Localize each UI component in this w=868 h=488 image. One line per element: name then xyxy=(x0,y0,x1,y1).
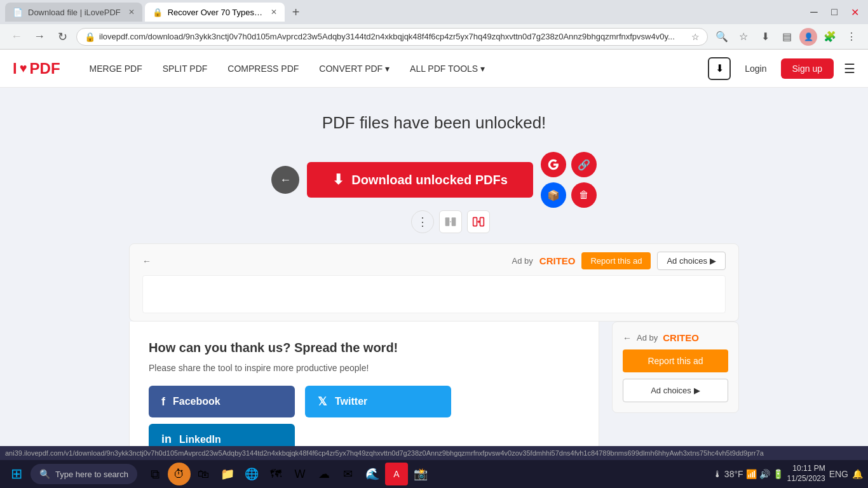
signup-button[interactable]: Sign up xyxy=(781,58,834,79)
download-btn-label: Download unlocked PDFs xyxy=(351,173,508,187)
ad-nav-arrow[interactable]: ← xyxy=(142,256,151,266)
taskbar-wifi-icon[interactable]: 📶 xyxy=(746,469,757,479)
taskbar-onedrive-app[interactable]: ☁ xyxy=(313,463,336,485)
taskbar-timer-app[interactable]: ⏱ xyxy=(168,463,191,485)
hamburger-menu[interactable]: ☰ xyxy=(844,61,855,76)
top-action-icons: 🔗 xyxy=(541,152,597,177)
more-options-button[interactable]: ⋮ xyxy=(411,210,434,233)
minimize-button[interactable]: ─ xyxy=(806,4,822,20)
taskbar-file-explorer[interactable]: 📁 xyxy=(216,463,239,485)
logo[interactable]: I ♥ PDF xyxy=(13,60,60,78)
url-bar[interactable]: 🔒 ilovepdf.com/download/9n3ykk3nctj0v7h0… xyxy=(76,28,708,46)
split-icon-button[interactable] xyxy=(439,210,462,233)
nav-bar: ← → ↻ 🔒 ilovepdf.com/download/9n3ykk3nct… xyxy=(0,24,868,50)
status-bar: ani39.ilovepdf.com/v1/download/9n3ykk3nc… xyxy=(0,446,868,460)
tab-2[interactable]: 🔒 Recover Over 70 Types Passwo... ✕ xyxy=(145,3,285,22)
taskbar-weather-icon[interactable]: 🌡 xyxy=(713,469,722,479)
taskbar-system-icons: 🌡 38°F 📶 🔊 🔋 xyxy=(713,469,783,479)
profile-avatar[interactable]: 👤 xyxy=(799,28,817,46)
tab-bar: 📄 Download file | iLovePDF ✕ 🔒 Recover O… xyxy=(0,0,868,24)
merge-icon-button[interactable] xyxy=(467,210,490,233)
taskbar-chrome-app[interactable]: 🌐 xyxy=(240,463,263,485)
search-icon[interactable]: 🔍 xyxy=(713,28,731,46)
taskbar-clock[interactable]: 10:11 PM 11/25/2023 xyxy=(787,464,825,484)
download-icon-button[interactable]: ⬇ xyxy=(708,57,731,80)
share-desc: Please share the tool to inspire more pr… xyxy=(149,363,580,373)
back-button[interactable]: ← xyxy=(8,28,25,46)
new-tab-button[interactable]: + xyxy=(287,5,305,20)
right-report-ad-button[interactable]: Report this ad xyxy=(623,349,728,372)
windows-logo-icon: ⊞ xyxy=(11,466,22,482)
dropbox-icon: 📦 xyxy=(547,189,560,201)
back-action-button[interactable]: ← xyxy=(271,166,299,194)
taskbar-notification-icon[interactable]: 🔔 xyxy=(852,469,863,479)
taskbar-mail-app[interactable]: ✉ xyxy=(337,463,360,485)
status-url: ani39.ilovepdf.com/v1/download/9n3ykk3nc… xyxy=(5,449,764,457)
bookmark-icon[interactable]: ☆ xyxy=(691,32,700,42)
nav-all-tools[interactable]: ALL PDF TOOLS ▾ xyxy=(400,50,495,88)
taskbar-search-icon: 🔍 xyxy=(39,469,50,479)
sidebar-icon[interactable]: ▤ xyxy=(778,28,796,46)
tab-1[interactable]: 📄 Download file | iLovePDF ✕ xyxy=(5,3,142,22)
report-ad-button[interactable]: Report this ad xyxy=(581,252,651,269)
linkedin-label: LinkedIn xyxy=(179,434,221,445)
twitter-button[interactable]: 𝕏 Twitter xyxy=(305,386,451,417)
taskbar-battery-icon[interactable]: 🔋 xyxy=(773,469,783,479)
dropbox-button[interactable]: 📦 xyxy=(541,182,566,208)
action-row: ← ⬇ Download unlocked PDFs xyxy=(271,152,597,208)
menu-icon[interactable]: ⋮ xyxy=(843,28,860,46)
taskbar-search-bar[interactable]: 🔍 Type here to search xyxy=(31,464,137,484)
google-drive-button[interactable] xyxy=(541,152,566,177)
ad-header: ← Ad by CRITEO Report this ad Ad choices… xyxy=(142,252,726,270)
ad-by-label: Ad by xyxy=(512,256,533,266)
taskbar-language[interactable]: ENG xyxy=(829,469,848,479)
download-nav-icon[interactable]: ⬇ xyxy=(756,28,774,46)
nav-merge-pdf[interactable]: MERGE PDF xyxy=(79,50,153,88)
ad-choices-button[interactable]: Ad choices ▶ xyxy=(657,252,726,270)
svg-rect-0 xyxy=(445,217,450,226)
taskbar-temp: 38°F xyxy=(724,469,743,479)
nav-convert-pdf[interactable]: CONVERT PDF ▾ xyxy=(309,50,400,88)
logo-pdf: PDF xyxy=(30,60,60,78)
extensions-icon[interactable]: 🧩 xyxy=(821,28,839,46)
taskbar-search-text: Type here to search xyxy=(55,470,128,479)
twitter-icon: 𝕏 xyxy=(318,395,327,409)
share-title: How can you thank us? Spread the word! xyxy=(149,341,580,355)
nav-compress-pdf[interactable]: COMPRESS PDF xyxy=(217,50,309,88)
taskbar-maps-app[interactable]: 🗺 xyxy=(264,463,287,485)
right-ad-header: ← Ad by CRITEO xyxy=(623,332,728,343)
main-content: PDF files have been unlocked! ← ⬇ Downlo… xyxy=(0,88,868,487)
tab2-close[interactable]: ✕ xyxy=(271,8,277,17)
more-options-row: ⋮ xyxy=(411,210,490,233)
tab1-close[interactable]: ✕ xyxy=(128,8,135,17)
delete-button[interactable]: 🗑 xyxy=(571,182,597,208)
svg-rect-4 xyxy=(480,217,484,226)
close-button[interactable]: ✕ xyxy=(846,4,863,20)
reload-button[interactable]: ↻ xyxy=(53,28,71,46)
login-button[interactable]: Login xyxy=(737,58,774,79)
star-icon[interactable]: ☆ xyxy=(735,28,752,46)
facebook-button[interactable]: f Facebook xyxy=(149,386,295,417)
taskbar-acrobat-app[interactable]: A xyxy=(385,463,408,485)
right-ad-choices-button[interactable]: Ad choices ▶ xyxy=(623,379,728,402)
forward-button[interactable]: → xyxy=(31,28,48,46)
ad-content-area xyxy=(142,275,726,313)
ad-choices-icon: ▶ xyxy=(710,256,716,266)
taskbar-volume-icon[interactable]: 🔊 xyxy=(759,469,770,479)
link-button[interactable]: 🔗 xyxy=(571,152,597,177)
download-button[interactable]: ⬇ Download unlocked PDFs xyxy=(307,162,533,198)
maximize-button[interactable]: □ xyxy=(826,4,843,20)
site-nav: MERGE PDF SPLIT PDF COMPRESS PDF CONVERT… xyxy=(79,50,709,88)
windows-start-button[interactable]: ⊞ xyxy=(5,463,28,485)
bottom-action-icons: 📦 🗑 xyxy=(541,182,597,208)
taskbar-greenshot-app[interactable]: 📸 xyxy=(409,463,432,485)
nav-split-pdf[interactable]: SPLIT PDF xyxy=(153,50,218,88)
taskbar-word-app[interactable]: W xyxy=(288,463,311,485)
taskbar-task-view[interactable]: ⧉ xyxy=(144,463,166,485)
right-ad-by-label: Ad by xyxy=(637,333,658,342)
taskbar-store-app[interactable]: 🛍 xyxy=(192,463,215,485)
taskbar-edge-app[interactable]: 🌊 xyxy=(361,463,384,485)
url-text: ilovepdf.com/download/9n3ykk3nctj0v7h0d1… xyxy=(99,32,688,41)
right-ad-nav-arrow[interactable]: ← xyxy=(623,333,632,343)
social-buttons-row: f Facebook 𝕏 Twitter xyxy=(149,386,580,417)
